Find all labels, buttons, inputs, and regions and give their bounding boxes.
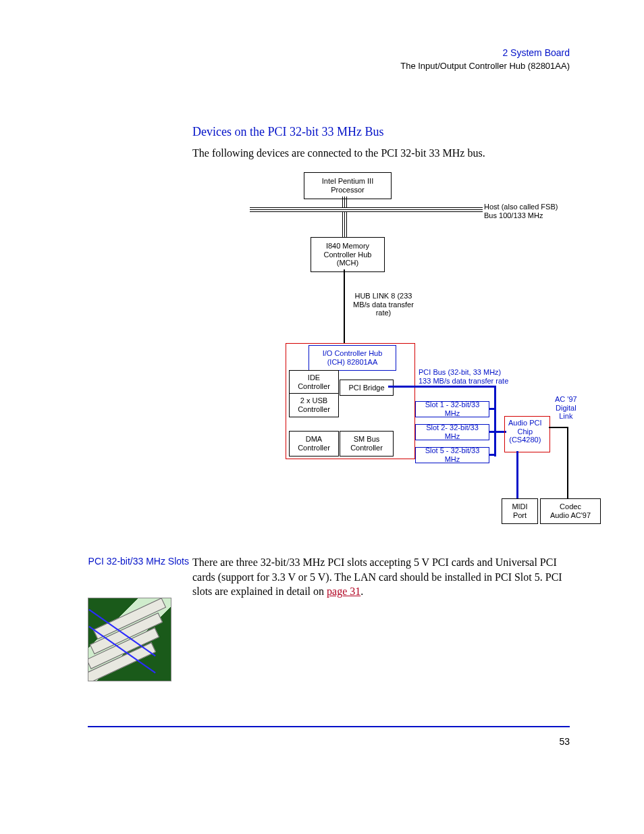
hublink-label: HUB LINK 8 (233MB/s data transferrate): [353, 292, 414, 317]
footer-rule: [88, 726, 570, 727]
page-link[interactable]: page 31: [327, 585, 360, 597]
usb-box: 2 x USBController: [289, 393, 339, 417]
ich-box: I/O Controller Hub(ICH) 82801AA: [308, 345, 396, 371]
page-number: 53: [559, 736, 570, 747]
section-title: Devices on the PCI 32-bit 33 MHz Bus: [192, 125, 383, 139]
ac97-link-label: AC '97DigitalLink: [555, 395, 577, 421]
dma-box: DMAController: [289, 431, 339, 457]
body-text-before: There are three 32-bit/33 MHz PCI slots …: [192, 556, 562, 597]
smbus-box: SM BusController: [340, 431, 394, 457]
pci-slots-image: [88, 598, 171, 681]
body-text-after: .: [360, 585, 363, 597]
host-bus-label: Host (also called FSB)Bus 100/133 MHz: [484, 203, 558, 219]
slot5-box: Slot 5 - 32-bit/33 MHz: [415, 447, 489, 463]
ide-box: IDEController: [289, 370, 339, 394]
intro-text: The following devices are connected to t…: [192, 147, 485, 159]
header-subtitle: The Input/Output Controller Hub (82801AA…: [400, 61, 570, 71]
cpu-box: Intel Pentium IIIProcessor: [304, 172, 392, 199]
audio-chip-label: Audio PCIChip(CS4280): [508, 419, 542, 444]
mch-box: I840 MemoryController Hub(MCH): [311, 237, 385, 272]
body-paragraph: There are three 32-bit/33 MHz PCI slots …: [192, 555, 570, 599]
chapter-label: 2 System Board: [400, 47, 570, 58]
slot1-box: Slot 1 - 32-bit/33 MHz: [415, 401, 489, 417]
side-heading: PCI 32-bit/33 MHz Slots: [88, 556, 189, 567]
block-diagram: Intel Pentium IIIProcessor Host (also ca…: [192, 169, 584, 533]
codec-box: CodecAudio AC'97: [540, 498, 601, 524]
midi-box: MIDIPort: [502, 498, 538, 524]
pci-bridge-box: PCI Bridge: [340, 380, 394, 396]
slot2-box: Slot 2- 32-bit/33 MHz: [415, 424, 489, 440]
pci-bus-label: PCI Bus (32-bit, 33 MHz)133 MB/s data tr…: [419, 368, 508, 385]
